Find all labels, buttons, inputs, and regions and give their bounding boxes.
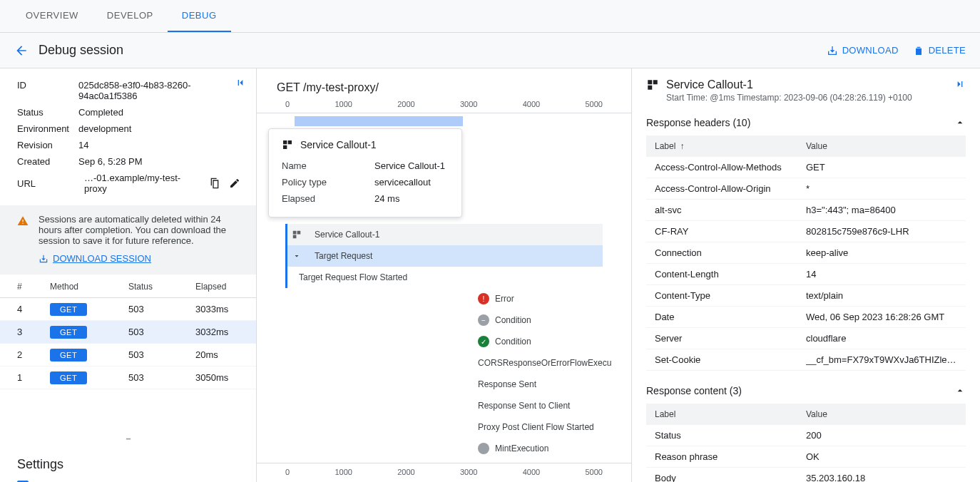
download-session-label: DOWNLOAD SESSION <box>53 253 151 264</box>
meta-status-label: Status <box>17 107 78 118</box>
delete-button[interactable]: DELETE <box>913 45 966 56</box>
sort-arrow-icon: ↑ <box>680 141 684 151</box>
edit-icon[interactable] <box>228 176 242 190</box>
table-row: Body35.203.160.18 <box>646 468 966 482</box>
flow-service-callout[interactable]: Service Callout-1 <box>285 224 603 245</box>
table-row: Access-Control-Allow-Origin* <box>646 178 966 200</box>
col-number: # <box>17 282 50 292</box>
requests-table: # Method Status Elapsed 4 GET 503 3033ms… <box>0 275 256 389</box>
event-proxy-post[interactable]: Proxy Post Client Flow Started <box>478 416 632 438</box>
request-row[interactable]: 2 GET 503 20ms <box>0 344 256 366</box>
timeline-title: GET /my-test-proxy/ <box>257 68 631 98</box>
download-session-button[interactable]: DOWNLOAD SESSION <box>39 253 151 264</box>
col-elapsed: Elapsed <box>195 282 242 292</box>
event-response-client[interactable]: Response Sent to Client <box>478 395 632 416</box>
detail-title: Service Callout-1 <box>666 78 947 91</box>
settings-title: Settings <box>17 457 239 472</box>
event-cors[interactable]: CORSResponseOrErrorFlowExecu <box>478 352 632 374</box>
policy-icon <box>282 139 293 150</box>
table-row: Content-Length14 <box>646 264 966 285</box>
table-row: Reason phraseOK <box>646 446 966 468</box>
table-row: Status200 <box>646 425 966 446</box>
axis-bottom: 0 1000 2000 3000 4000 5000 <box>257 463 631 481</box>
copy-icon[interactable] <box>208 176 222 190</box>
method-badge: GET <box>50 349 87 362</box>
table-row: Access-Control-Allow-MethodsGET <box>646 157 966 178</box>
tab-develop[interactable]: DEVELOP <box>93 0 168 32</box>
meta-url-value: …-01.example/my-test-proxy <box>84 173 202 194</box>
event-condition[interactable]: ✓Condition <box>478 331 632 352</box>
warning-text: Sessions are automatically deleted withi… <box>39 214 242 246</box>
back-arrow-icon[interactable] <box>14 43 29 58</box>
chevron-up-icon <box>954 117 966 128</box>
axis-top: 0 1000 2000 3000 4000 5000 <box>257 98 631 113</box>
method-badge: GET <box>50 326 87 339</box>
meta-url-label: URL <box>17 178 78 189</box>
tab-debug[interactable]: DEBUG <box>168 0 231 32</box>
warning-icon <box>17 215 29 266</box>
response-headers-toggle[interactable]: Response headers (10) <box>632 110 980 135</box>
policy-tooltip: Service Callout-1 NameService Callout-1 … <box>268 128 462 217</box>
col-label[interactable]: Label <box>655 409 806 419</box>
event-mint[interactable]: MintExecution <box>478 438 632 459</box>
download-label: DOWNLOAD <box>842 45 899 56</box>
meta-rev-value: 14 <box>78 140 242 150</box>
meta-env-label: Environment <box>17 123 78 134</box>
table-row: alt-svch3=":443"; ma=86400 <box>646 200 966 221</box>
tooltip-title: Service Callout-1 <box>300 139 377 150</box>
meta-created-value: Sep 6, 5:28 PM <box>78 156 242 167</box>
policy-icon <box>646 78 659 91</box>
minus-icon: − <box>478 314 489 326</box>
request-row[interactable]: 1 GET 503 3050ms <box>0 366 256 389</box>
table-row: Servercloudflare <box>646 328 966 349</box>
settings-section: Settings ✓ Show disabled policies ✓ Show… <box>0 446 256 483</box>
gantt-bar[interactable] <box>295 116 463 126</box>
meta-status-value: Completed <box>78 107 242 118</box>
left-panel: ID025dc858-e3f0-4b83-8260-94ac0a1f5386 S… <box>0 68 257 482</box>
table-row: DateWed, 06 Sep 2023 16:28:26 GMT <box>646 307 966 328</box>
response-headers-table: Label↑ Value Access-Control-Allow-Method… <box>646 135 966 371</box>
col-label[interactable]: Label↑ <box>655 141 806 151</box>
page-header: Debug session DOWNLOAD DELETE <box>0 33 980 68</box>
event-error[interactable]: !Error <box>478 288 632 309</box>
event-column: !Error −Condition ✓Condition CORSRespons… <box>478 288 632 459</box>
warning-banner: Sessions are automatically deleted withi… <box>0 205 256 275</box>
policy-icon <box>292 230 302 240</box>
table-row: Connectionkeep-alive <box>646 242 966 264</box>
error-icon: ! <box>478 293 489 304</box>
dot-icon <box>478 443 489 454</box>
event-condition[interactable]: −Condition <box>478 309 632 331</box>
method-badge: GET <box>50 371 87 384</box>
col-method: Method <box>50 282 128 292</box>
chevron-up-icon <box>954 385 966 396</box>
session-meta: ID025dc858-e3f0-4b83-8260-94ac0a1f5386 S… <box>0 68 256 205</box>
flow-target-request[interactable]: Target Request <box>285 245 603 267</box>
top-tabs: OVERVIEW DEVELOP DEBUG <box>0 0 980 33</box>
tab-overview[interactable]: OVERVIEW <box>11 0 93 32</box>
detail-panel: Service Callout-1 Start Time: @1ms Times… <box>632 68 980 482</box>
meta-created-label: Created <box>17 156 78 167</box>
detail-subtitle: Start Time: @1ms Timestamp: 2023-09-06 (… <box>666 93 947 103</box>
flow-target-request-started[interactable]: Target Request Flow Started <box>285 267 603 288</box>
method-badge: GET <box>50 303 87 316</box>
expand-right-icon[interactable] <box>954 78 966 90</box>
response-content-table: Label Value Status200 Reason phraseOK Bo… <box>646 404 966 482</box>
event-response-sent[interactable]: Response Sent <box>478 374 632 395</box>
meta-id-label: ID <box>17 80 78 101</box>
col-value[interactable]: Value <box>806 141 957 151</box>
request-row[interactable]: 4 GET 503 3033ms <box>0 298 256 321</box>
col-value[interactable]: Value <box>806 409 957 419</box>
request-row[interactable]: 3 GET 503 3032ms <box>0 321 256 344</box>
chevron-down-icon <box>292 251 302 261</box>
table-row: Content-Typetext/plain <box>646 285 966 307</box>
page-title: Debug session <box>39 43 812 58</box>
table-row: Set-Cookie__cf_bm=FX79xT9WXvJa6THIZlek5… <box>646 349 966 371</box>
meta-id-value: 025dc858-e3f0-4b83-8260-94ac0a1f5386 <box>78 80 242 101</box>
delete-label: DELETE <box>929 45 966 56</box>
response-content-toggle[interactable]: Response content (3) <box>632 378 980 404</box>
drag-handle-icon[interactable]: ━ <box>0 432 256 446</box>
collapse-left-icon[interactable] <box>235 77 246 88</box>
col-status: Status <box>128 282 195 292</box>
download-button[interactable]: DOWNLOAD <box>827 45 899 56</box>
meta-env-value: development <box>78 123 242 134</box>
